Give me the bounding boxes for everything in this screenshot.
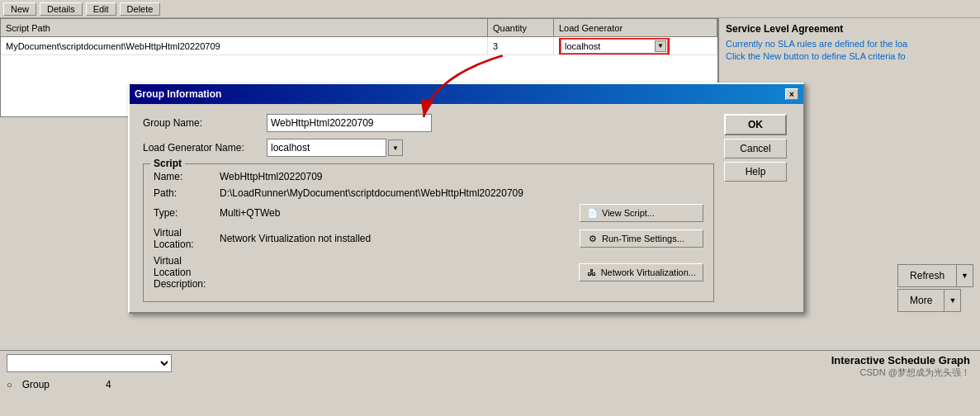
virt-loc-label: Virtual Location:	[154, 227, 220, 250]
load-gen-select-arrow-icon[interactable]: ▼	[388, 139, 403, 156]
runtime-settings-label: Run-Time Settings...	[602, 234, 684, 243]
script-name-value: WebHttpHtml20220709	[220, 171, 703, 182]
group-name-label: Group Name:	[143, 117, 267, 129]
network-virt-icon: 🖧	[586, 267, 598, 278]
script-type-value: Multi+QTWeb	[220, 207, 280, 219]
script-path-value: D:\LoadRunner\MyDocument\scriptdocument\…	[220, 187, 703, 199]
script-type-label: Type:	[154, 207, 220, 219]
group-name-row: Group Name:	[143, 114, 714, 132]
load-gen-label: Load Generator Name:	[143, 142, 267, 154]
dialog-titlebar: Group Information ×	[130, 84, 803, 104]
dialog-body: Group Name: Load Generator Name: localho…	[130, 104, 803, 312]
load-gen-dialog-select[interactable]: localhost	[267, 139, 386, 157]
view-script-icon: 📄	[587, 207, 599, 219]
script-path-row: Path: D:\LoadRunner\MyDocument\scriptdoc…	[154, 187, 703, 199]
virt-loc-value: Network Virtualization not installed	[220, 233, 371, 244]
script-name-row: Name: WebHttpHtml20220709	[154, 171, 703, 182]
script-section: Script Name: WebHttpHtml20220709 Path: D…	[143, 163, 714, 302]
view-script-label: View Script...	[602, 208, 655, 218]
group-info-dialog: Group Information × Group Name: Load Gen…	[128, 83, 805, 314]
script-name-label: Name:	[154, 171, 220, 182]
dialog-title: Group Information	[135, 88, 221, 100]
modal-overlay: Group Information × Group Name: Load Gen…	[0, 0, 980, 416]
load-gen-row: Load Generator Name: localhost ▼	[143, 139, 714, 157]
cancel-button[interactable]: Cancel	[724, 139, 787, 158]
virt-loc-desc-row: Virtual Location Description: 🖧 Network …	[154, 255, 703, 290]
virt-loc-desc-label: Virtual Location Description:	[154, 255, 220, 290]
script-section-title: Script	[150, 158, 185, 169]
view-script-button[interactable]: 📄 View Script...	[580, 204, 703, 222]
help-button[interactable]: Help	[724, 162, 787, 182]
load-gen-select-wrapper: localhost ▼	[267, 139, 403, 157]
runtime-settings-button[interactable]: ⚙ Run-Time Settings...	[580, 229, 703, 248]
dialog-close-button[interactable]: ×	[785, 88, 798, 100]
script-path-label: Path:	[154, 187, 220, 199]
network-virt-label: Network Virtualization...	[601, 267, 696, 277]
network-virtualization-button[interactable]: 🖧 Network Virtualization...	[579, 263, 703, 281]
runtime-settings-icon: ⚙	[587, 233, 599, 244]
group-name-input[interactable]	[267, 114, 432, 132]
virtual-location-row: Virtual Location: Network Virtualization…	[154, 227, 703, 250]
dialog-left-panel: Group Name: Load Generator Name: localho…	[143, 114, 714, 302]
script-type-row: Type: Multi+QTWeb 📄 View Script...	[154, 204, 703, 222]
dialog-right-buttons: OK Cancel Help	[724, 114, 790, 302]
ok-button[interactable]: OK	[724, 114, 787, 135]
